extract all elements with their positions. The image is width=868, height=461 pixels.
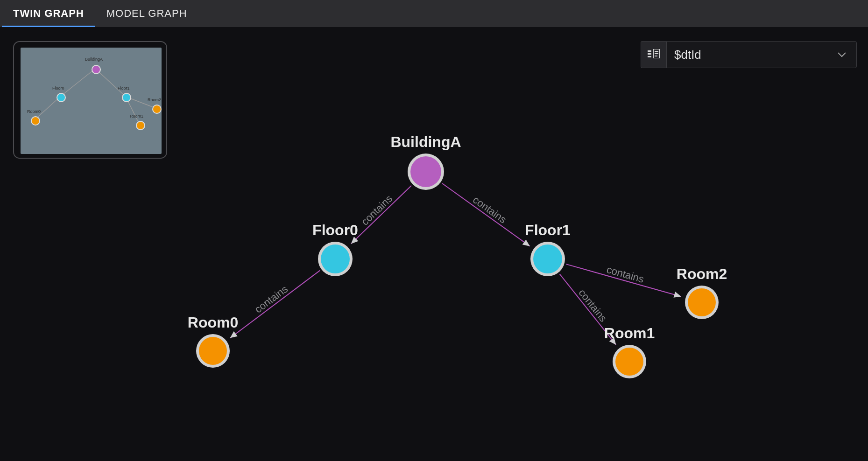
tab-bar: TWIN GRAPH MODEL GRAPH	[0, 0, 868, 27]
edge[interactable]	[351, 186, 411, 244]
svg-line-14	[35, 97, 60, 120]
display-property-picker: $dtId	[641, 41, 857, 67]
edge-label: contains	[605, 264, 645, 285]
svg-line-13	[95, 69, 126, 97]
display-property-dropdown[interactable]: $dtId	[666, 41, 857, 68]
svg-rect-19	[648, 56, 651, 57]
tab-twin-graph[interactable]: TWIN GRAPH	[2, 0, 95, 27]
graph-node-room2[interactable]: Room2	[677, 265, 727, 319]
graph-node-room0[interactable]: Room0	[188, 314, 238, 368]
edge-label: contains	[471, 194, 508, 225]
text-align-icon	[648, 49, 660, 60]
graph-node-floor0[interactable]: Floor0	[312, 222, 358, 276]
node-label: BuildingA	[390, 133, 461, 150]
svg-line-12	[60, 69, 95, 97]
svg-rect-23	[655, 56, 657, 56]
node-label: Room1	[604, 325, 655, 342]
svg-rect-22	[655, 53, 658, 54]
minimap[interactable]: BuildingA Floor0 Floor1 Room0 Room1 Room…	[13, 41, 167, 159]
node-label: Floor0	[312, 222, 358, 238]
node-label: Room2	[677, 265, 727, 282]
minimap-viewport: BuildingA Floor0 Floor1 Room0 Room1 Room…	[21, 48, 162, 154]
edge-label: contains	[576, 287, 609, 324]
graph-node-room1[interactable]: Room1	[604, 325, 655, 378]
svg-rect-21	[655, 51, 658, 52]
display-property-value: $dtId	[674, 48, 701, 62]
node-label: Room0	[188, 314, 238, 331]
edge-label: contains	[359, 193, 395, 228]
svg-point-9	[615, 348, 643, 376]
svg-point-1	[410, 156, 441, 187]
graph-canvas[interactable]: containscontainscontainscontainscontains…	[0, 27, 868, 461]
svg-rect-17	[648, 50, 651, 52]
node-label: Floor1	[525, 222, 571, 238]
svg-point-3	[321, 244, 350, 273]
svg-point-11	[688, 288, 716, 316]
edge[interactable]	[442, 183, 530, 246]
graph-node-buildinga[interactable]: BuildingA	[390, 133, 461, 190]
display-property-icon-button[interactable]	[641, 41, 666, 68]
svg-point-7	[199, 337, 227, 365]
svg-point-5	[533, 244, 562, 273]
edge-label: contains	[253, 283, 290, 315]
svg-rect-18	[648, 53, 651, 55]
chevron-down-icon	[837, 49, 847, 60]
tab-model-graph[interactable]: MODEL GRAPH	[95, 0, 198, 27]
graph-node-floor1[interactable]: Floor1	[525, 222, 571, 276]
edge[interactable]	[230, 271, 320, 338]
